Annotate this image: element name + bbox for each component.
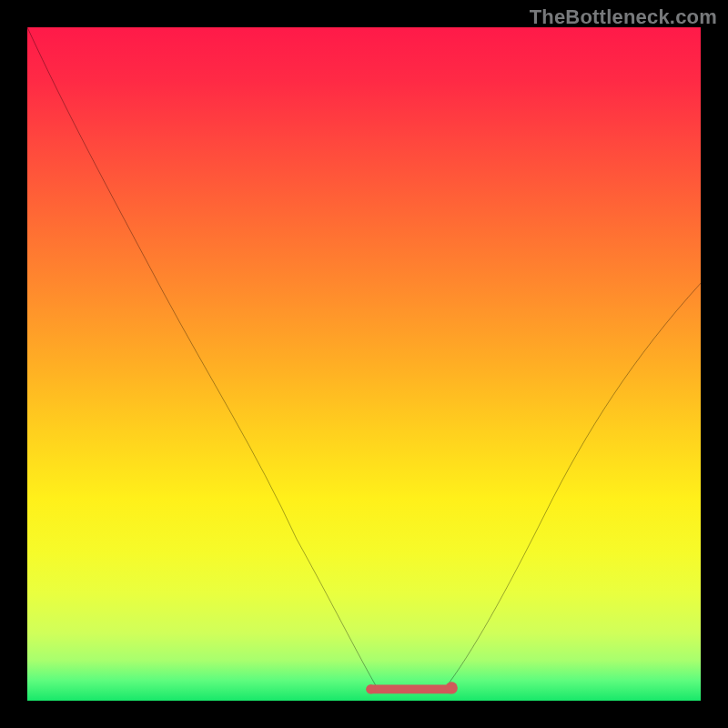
trough-marker-dot-left — [366, 684, 375, 693]
bottleneck-curve-left — [27, 27, 378, 689]
watermark-text: TheBottleneck.com — [530, 5, 717, 29]
trough-marker-dot-right — [446, 682, 458, 693]
chart-frame: TheBottleneck.com — [0, 0, 728, 728]
curve-overlay — [27, 27, 701, 701]
gradient-plot-area — [27, 27, 701, 701]
bottleneck-curve-right — [445, 283, 701, 688]
